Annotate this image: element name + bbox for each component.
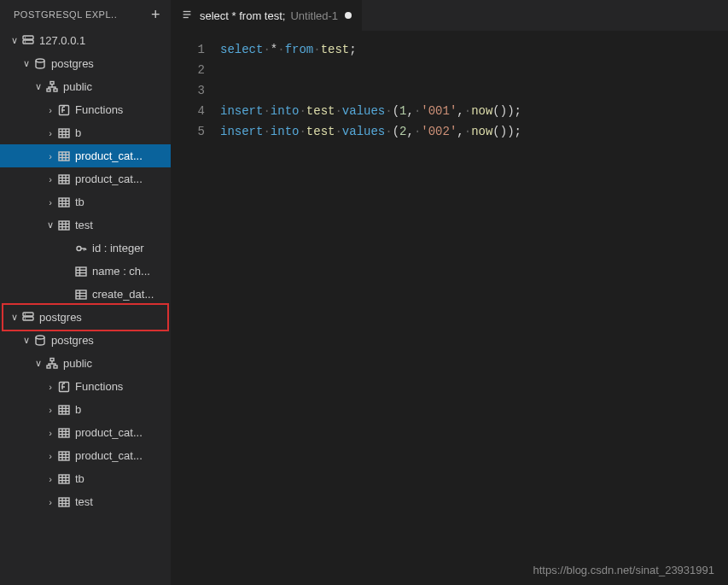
chevron-down-icon[interactable]: ∨ xyxy=(20,335,32,346)
svg-rect-15 xyxy=(59,152,69,161)
explorer-sidebar: POSTGRESQL EXPL.. + ∨127.0.0.1∨postgres∨… xyxy=(0,0,171,585)
tree-item[interactable]: ›product_cat... xyxy=(0,167,171,190)
server-icon xyxy=(20,311,36,325)
functions-icon xyxy=(56,103,72,117)
tree-item[interactable]: ›product_cat... xyxy=(0,444,171,467)
chevron-down-icon[interactable]: ∨ xyxy=(9,312,20,323)
svg-rect-48 xyxy=(23,317,33,320)
tree-item-label: Functions xyxy=(75,103,123,116)
chevron-right-icon[interactable]: › xyxy=(44,382,56,392)
svg-rect-1 xyxy=(23,40,33,44)
tree-item[interactable]: ›product_cat... xyxy=(0,421,171,444)
tree-connection[interactable]: ∨127.0.0.1 xyxy=(0,29,171,52)
svg-rect-53 xyxy=(47,366,50,368)
tree-item-label: b xyxy=(75,126,81,139)
chevron-right-icon[interactable]: › xyxy=(44,451,56,461)
tree-item-label: postgres xyxy=(51,334,94,347)
chevron-right-icon[interactable]: › xyxy=(44,128,56,138)
column-icon xyxy=(73,288,89,301)
tree-item-label: postgres xyxy=(51,57,94,70)
svg-rect-30 xyxy=(59,221,69,230)
table-icon xyxy=(56,173,72,186)
tree-item-label: public xyxy=(63,357,92,370)
tree-item[interactable]: ›product_cat... xyxy=(0,144,171,167)
chevron-right-icon[interactable]: › xyxy=(44,405,56,415)
code-token: test xyxy=(306,104,335,118)
code-token: into xyxy=(271,104,300,118)
svg-rect-62 xyxy=(59,429,69,437)
code-token: now xyxy=(471,125,492,138)
svg-rect-77 xyxy=(59,498,69,506)
table-icon xyxy=(56,149,72,163)
tree-item[interactable]: ›Functions xyxy=(0,98,171,121)
explorer-title: POSTGRESQL EXPL.. xyxy=(14,9,148,20)
tree-column[interactable]: ›name : ch... xyxy=(0,260,171,283)
dirty-indicator-icon xyxy=(345,12,352,19)
tree-item[interactable]: ›b xyxy=(0,121,171,144)
chevron-down-icon[interactable]: ∨ xyxy=(44,219,56,231)
chevron-down-icon[interactable]: ∨ xyxy=(32,81,44,92)
code-token: values xyxy=(342,104,385,118)
table-icon xyxy=(56,495,72,509)
tree-database[interactable]: ∨postgres xyxy=(0,52,171,75)
tree-item[interactable]: ›test xyxy=(0,490,171,513)
tab-subname: Untitled-1 xyxy=(290,9,338,22)
line-gutter: 12345 xyxy=(171,39,220,585)
code-line: insert·into·test·values·(2,·'002',·now()… xyxy=(220,121,728,142)
code-token: into xyxy=(271,125,300,138)
chevron-right-icon[interactable]: › xyxy=(44,105,56,115)
tree-column[interactable]: ›create_dat... xyxy=(0,283,171,306)
watermark-text: https://blog.csdn.net/sinat_23931991 xyxy=(533,564,715,576)
code-editor[interactable]: 12345 select·*·from·test;insert·into·tes… xyxy=(171,31,728,585)
tree-item-label: product_cat... xyxy=(75,149,143,162)
table-icon xyxy=(56,126,72,140)
line-number: 4 xyxy=(171,101,220,121)
svg-point-35 xyxy=(77,246,81,250)
line-number: 5 xyxy=(171,121,220,142)
chevron-right-icon[interactable]: › xyxy=(44,197,56,208)
tree-item[interactable]: ›Functions xyxy=(0,375,171,398)
tree-item[interactable]: ∨test xyxy=(0,214,171,237)
tree-schema[interactable]: ∨public xyxy=(0,352,171,375)
tree-schema[interactable]: ∨public xyxy=(0,75,171,98)
tree-item-label: product_cat... xyxy=(75,449,143,462)
svg-rect-57 xyxy=(59,406,69,414)
chevron-down-icon[interactable]: ∨ xyxy=(32,358,44,369)
chevron-right-icon[interactable]: › xyxy=(44,497,56,507)
server-icon xyxy=(20,34,36,48)
editor-tab-bar: select * from test; Untitled-1 xyxy=(171,0,728,31)
tree-item[interactable]: ›tb xyxy=(0,190,171,214)
chevron-right-icon[interactable]: › xyxy=(44,428,56,438)
svg-rect-20 xyxy=(59,175,69,184)
chevron-right-icon[interactable]: › xyxy=(44,174,56,184)
add-connection-button[interactable]: + xyxy=(148,3,164,26)
editor-pane: select * from test; Untitled-1 12345 sel… xyxy=(171,0,728,585)
svg-rect-67 xyxy=(59,452,69,460)
code-token: 1 xyxy=(399,104,406,118)
editor-tab[interactable]: select * from test; Untitled-1 xyxy=(171,0,363,31)
line-number: 1 xyxy=(171,39,220,60)
tree-database[interactable]: ∨postgres xyxy=(0,329,171,352)
code-token: · xyxy=(313,43,320,56)
tree-connection[interactable]: ∨postgres xyxy=(0,306,171,329)
tree-item-label: create_dat... xyxy=(92,288,154,301)
svg-rect-39 xyxy=(76,267,86,276)
tree-item-label: tb xyxy=(75,472,84,485)
chevron-down-icon[interactable]: ∨ xyxy=(9,35,20,46)
schema-icon xyxy=(44,80,60,94)
code-token: ()); xyxy=(492,125,521,138)
tree-item-label: b xyxy=(75,403,81,416)
tree-item-label: id : integer xyxy=(92,242,144,254)
tree-column[interactable]: ›id : integer xyxy=(0,237,171,260)
tree-item[interactable]: ›b xyxy=(0,398,171,421)
chevron-right-icon[interactable]: › xyxy=(44,151,56,161)
chevron-down-icon[interactable]: ∨ xyxy=(20,58,32,69)
code-token: select xyxy=(220,43,263,56)
svg-rect-43 xyxy=(76,290,86,299)
svg-rect-72 xyxy=(59,475,69,483)
chevron-right-icon[interactable]: › xyxy=(44,474,56,484)
code-token: '002' xyxy=(421,125,457,138)
key-icon xyxy=(73,242,89,255)
tree-item-label: name : ch... xyxy=(92,265,150,278)
tree-item[interactable]: ›tb xyxy=(0,467,171,490)
